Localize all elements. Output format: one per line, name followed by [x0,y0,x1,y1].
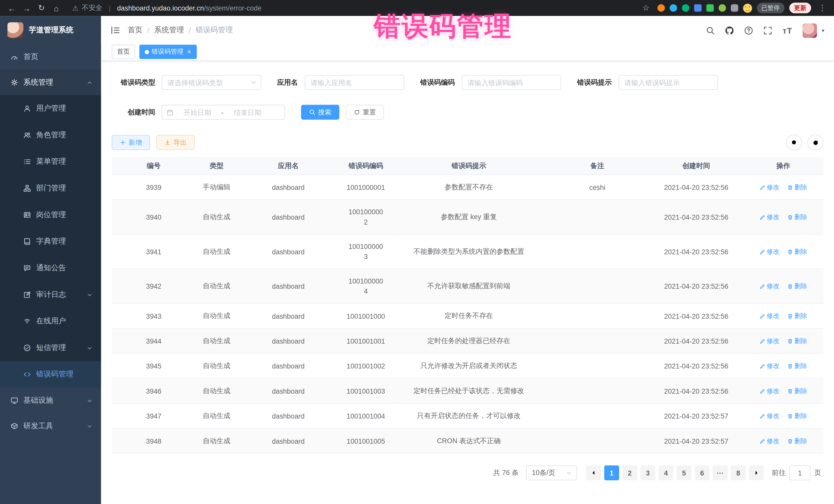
sidebar-item-用户管理[interactable]: 用户管理 [0,95,101,122]
edit-link[interactable]: 修改 [759,183,780,192]
error-type-select[interactable] [162,75,261,90]
sidebar-item-系统管理[interactable]: 系统管理 [0,70,101,95]
sidebar-item-审计日志[interactable]: 审计日志 [0,281,101,308]
breadcrumb-item[interactable]: 系统管理 [154,25,184,35]
cell-type: 自动生成 [196,353,238,378]
tab-首页[interactable]: 首页 [112,45,135,59]
delete-link[interactable]: 删除 [787,336,807,345]
delete-link[interactable]: 删除 [787,282,807,290]
goto-page-input[interactable] [789,465,811,480]
bookmark-star-icon[interactable]: ☆ [639,2,652,14]
edit-link[interactable]: 修改 [759,437,780,445]
pager-more-icon[interactable]: ··· [712,465,727,480]
page-size-select[interactable]: 10条/页 [526,465,577,480]
add-button[interactable]: 新增 [112,135,150,150]
edit-link[interactable]: 修改 [759,213,780,221]
sidebar-item-研发工具[interactable]: 研发工具 [0,413,101,439]
chrome-menu-icon[interactable]: ⋮ [816,2,829,14]
close-icon[interactable]: × [187,48,192,56]
delete-link[interactable]: 删除 [787,361,807,370]
reset-button[interactable]: 重置 [346,105,384,119]
sidebar-item-字典管理[interactable]: 字典管理 [0,228,101,255]
pencil-icon [759,283,765,289]
delete-link[interactable]: 删除 [787,411,807,420]
extension-grid-icon[interactable] [694,4,701,12]
sidebar-item-基础设施[interactable]: 基础设施 [0,388,101,413]
extension-dict-icon[interactable] [706,4,714,12]
help-icon[interactable] [744,26,753,35]
page-button-6[interactable]: 6 [695,465,709,480]
extension-orange-icon[interactable] [657,4,665,12]
page-button-5[interactable]: 5 [676,465,691,480]
edit-link[interactable]: 修改 [759,282,780,290]
extension-leaf-icon[interactable] [718,4,726,12]
delete-link[interactable]: 删除 [787,311,807,321]
fullscreen-icon[interactable] [764,26,772,35]
prev-page-button[interactable] [586,465,601,480]
app-logo[interactable]: 芋道管理系统 [0,16,101,44]
search-icon[interactable] [706,26,715,35]
toggle-search-button[interactable] [786,134,802,150]
delete-link[interactable]: 删除 [787,247,807,256]
sidebar-toggle-icon[interactable] [111,25,120,35]
sidebar-item-首页[interactable]: 首页 [0,44,101,69]
font-size-icon[interactable]: тT [783,26,792,35]
sidebar-item-角色管理[interactable]: 角色管理 [0,122,101,149]
sidebar-item-岗位管理[interactable]: 岗位管理 [0,202,101,228]
update-chip[interactable]: 更新 [789,3,811,13]
start-date-input[interactable] [176,108,219,117]
tab-错误码管理[interactable]: 错误码管理× [139,45,197,59]
end-date-input[interactable] [226,108,269,117]
delete-link[interactable]: 删除 [787,387,807,395]
edit-link[interactable]: 修改 [759,247,780,256]
sidebar-item-短信管理[interactable]: 短信管理 [0,335,101,361]
edit-link[interactable]: 修改 [759,387,780,395]
date-range-picker[interactable]: - [162,105,285,119]
edit-link[interactable]: 修改 [759,311,780,321]
sidebar-item-通知公告[interactable]: 通知公告 [0,255,101,282]
delete-link[interactable]: 删除 [787,183,807,192]
sidebar-item-在线用户[interactable]: 在线用户 [0,308,101,335]
page-button-4[interactable]: 4 [658,465,673,480]
sidebar-item-部门管理[interactable]: 部门管理 [0,175,101,202]
error-code-input[interactable] [462,75,561,90]
paused-chip[interactable]: 已暂停 [756,3,785,13]
edit-link[interactable]: 修改 [759,336,780,345]
reload-icon[interactable]: ↻ [35,2,48,14]
cell-hint: 只有开启状态的任务，才可以修改 [393,403,545,428]
delete-link[interactable]: 删除 [787,213,807,221]
page-button-1[interactable]: 1 [604,465,619,480]
security-warning[interactable]: ⚠ 不安全 [72,3,103,13]
extension-drop-icon[interactable] [669,4,677,12]
address-bar[interactable]: dashboard.yudao.iocoder.cn/system/error-… [117,4,262,12]
search-button[interactable]: 搜索 [301,105,339,119]
header-bar: 首页/系统管理/错误码管理 тT ▾ [101,16,834,45]
avatar-caret-icon[interactable]: ▾ [822,27,824,34]
error-hint-input[interactable] [619,75,718,90]
extensions-puzzle-icon[interactable] [730,4,738,12]
edit-link[interactable]: 修改 [759,361,780,370]
home-icon[interactable]: ⌂ [50,2,63,14]
trash-icon [787,283,793,289]
export-button[interactable]: 导出 [156,135,195,150]
sidebar-item-错误码管理[interactable]: 错误码管理 [0,361,101,388]
user-icon [23,105,31,112]
cell-id: 3945 [112,353,196,378]
sidebar-item-菜单管理[interactable]: 菜单管理 [0,148,101,175]
forward-icon[interactable]: → [20,2,33,14]
page-button-3[interactable]: 3 [640,465,655,480]
page-button-2[interactable]: 2 [622,465,637,480]
github-icon[interactable] [725,26,734,35]
profile-emoji-icon[interactable] [743,3,752,12]
error-type-input[interactable] [162,75,261,90]
user-avatar[interactable] [803,23,817,38]
next-page-button[interactable] [749,465,764,480]
extension-green-v-icon[interactable] [682,4,689,12]
delete-link[interactable]: 删除 [787,437,807,445]
page-button-8[interactable]: 8 [731,465,746,480]
back-icon[interactable]: ← [5,2,18,14]
breadcrumb-item[interactable]: 首页 [128,25,142,35]
edit-link[interactable]: 修改 [759,411,780,420]
refresh-table-button[interactable] [807,134,823,150]
app-name-input[interactable] [305,75,404,90]
